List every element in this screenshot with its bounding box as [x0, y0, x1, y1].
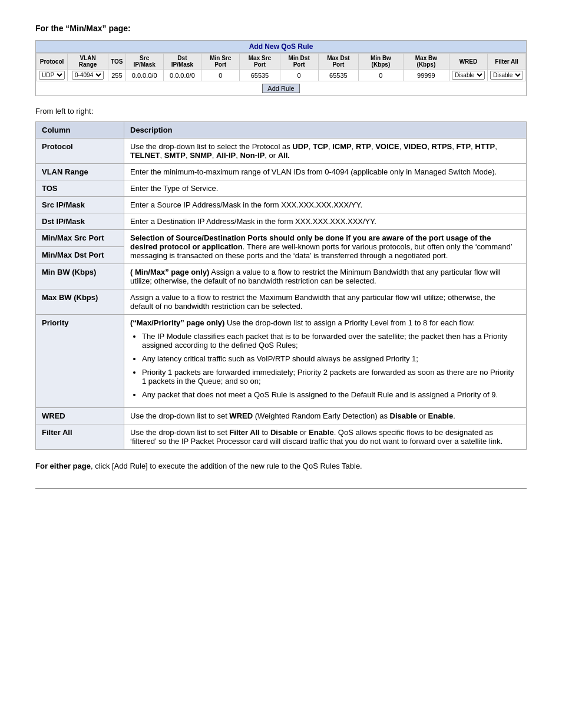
label-src-ip: Src IP/Mask [36, 197, 124, 213]
row-vlan-range: VLAN Range Enter the minimum-to-maximum … [36, 164, 527, 180]
label-min-bw: Min BW (Kbps) [36, 264, 124, 289]
header-src-ip: Src IP/Mask [125, 54, 163, 70]
cell-wred: Disable Enable [449, 70, 487, 81]
bottom-divider [35, 488, 527, 489]
protocol-select[interactable]: UDP [39, 71, 65, 80]
desc-tos: Enter the Type of Service. [124, 180, 527, 197]
header-dst-ip: Dst IP/Mask [163, 54, 201, 70]
header-min-bw: Min Bw (Kbps) [358, 54, 403, 70]
from-left-text: From left to right: [35, 107, 527, 116]
cell-tos: 255 [108, 70, 125, 81]
row-filter-all: Filter All Use the drop-down list to set… [36, 424, 527, 450]
header-min-dst-port: Min Dst Port [280, 54, 318, 70]
cell-min-src-port: 0 [201, 70, 240, 81]
add-rule-button[interactable]: Add Rule [262, 84, 299, 93]
priority-bullet-4: Any packet that does not meet a QoS Rule… [142, 390, 520, 399]
cell-filter-all: Disable Enable [487, 70, 525, 81]
footer-bold: For either page [35, 462, 91, 470]
label-vlan-range: VLAN Range [36, 164, 124, 180]
row-min-bw: Min BW (Kbps) ( Min/Max” page only) Assi… [36, 264, 527, 289]
priority-bullet-3: Priority 1 packets are forwarded immedia… [142, 368, 520, 386]
row-protocol: Protocol Use the drop-down list to selec… [36, 139, 527, 164]
desc-min-bw: ( Min/Max” page only) Assign a value to … [124, 264, 527, 289]
row-tos: TOS Enter the Type of Service. [36, 180, 527, 197]
col-header-column: Column [36, 122, 124, 139]
header-max-bw: Max Bw (Kbps) [403, 54, 449, 70]
col-header-description: Description [124, 122, 527, 139]
desc-priority: (“Max/Priority” page only) Use the drop-… [124, 315, 527, 408]
cell-max-src-port: 65535 [240, 70, 280, 81]
cell-min-dst-port: 0 [280, 70, 318, 81]
header-max-src-port: Max Src Port [240, 54, 280, 70]
row-wred: WRED Use the drop-down list to set WRED … [36, 408, 527, 424]
header-min-src-port: Min Src Port [201, 54, 240, 70]
header-vlan-range: VLAN Range [68, 54, 108, 70]
cell-src-ip: 0.0.0.0/0 [125, 70, 163, 81]
header-wred: WRED [449, 54, 487, 70]
label-filter-all: Filter All [36, 424, 124, 450]
cell-dst-ip: 0.0.0.0/0 [163, 70, 201, 81]
desc-src-dst-port: Selection of Source/Destination Ports sh… [124, 230, 527, 264]
row-priority: Priority (“Max/Priority” page only) Use … [36, 315, 527, 408]
table-header-row: Protocol VLAN Range TOS Src IP/Mask Dst … [37, 54, 526, 70]
footer-note: For either page, click [Add Rule] to exe… [35, 462, 527, 470]
header-filter-all: Filter All [487, 54, 525, 70]
filter-all-select[interactable]: Disable Enable [490, 71, 523, 80]
label-dst-ip: Dst IP/Mask [36, 213, 124, 230]
cell-vlan-range: 0-4094 [68, 70, 108, 81]
label-min-dst-port: Min/Max Dst Port [36, 247, 124, 264]
priority-bullet-2: Any latency critical traffic such as VoI… [142, 354, 520, 363]
row-min-src-port: Min/Max Src Port Selection of Source/Des… [36, 230, 527, 247]
qos-data-row: UDP 0-4094 255 0.0.0.0/0 0.0.0.0/0 0 655… [37, 70, 526, 81]
footer-rest: , click [Add Rule] to execute the additi… [91, 462, 362, 470]
label-max-bw: Max BW (Kbps) [36, 289, 124, 315]
vlan-select[interactable]: 0-4094 [72, 71, 104, 80]
qos-table-container: Add New QoS Rule Protocol VLAN Range TOS… [35, 40, 527, 96]
row-dst-ip: Dst IP/Mask Enter a Destination IP Addre… [36, 213, 527, 230]
qos-rule-table: Protocol VLAN Range TOS Src IP/Mask Dst … [36, 53, 526, 95]
label-priority: Priority [36, 315, 124, 408]
section-heading: For the “Min/Max” page: [35, 24, 527, 33]
cell-protocol: UDP [37, 70, 68, 81]
desc-wred: Use the drop-down list to set WRED (Weig… [124, 408, 527, 424]
header-protocol: Protocol [37, 54, 68, 70]
wred-select[interactable]: Disable Enable [452, 71, 485, 80]
desc-header-row: Column Description [36, 122, 527, 139]
label-protocol: Protocol [36, 139, 124, 164]
cell-max-dst-port: 65535 [318, 70, 358, 81]
priority-bullet-1: The IP Module classifies each packet tha… [142, 332, 520, 350]
cell-max-bw: 99999 [403, 70, 449, 81]
add-rule-cell: Add Rule [37, 81, 526, 96]
desc-vlan-range: Enter the minimum-to-maximum range of VL… [124, 164, 527, 180]
qos-table-title: Add New QoS Rule [36, 41, 526, 53]
header-max-dst-port: Max Dst Port [318, 54, 358, 70]
label-wred: WRED [36, 408, 124, 424]
add-rule-row: Add Rule [37, 81, 526, 96]
label-tos: TOS [36, 180, 124, 197]
desc-dst-ip: Enter a Destination IP Address/Mask in t… [124, 213, 527, 230]
desc-max-bw: Assign a value to a flow to restrict the… [124, 289, 527, 315]
desc-filter-all: Use the drop-down list to set Filter All… [124, 424, 527, 450]
desc-protocol: Use the drop-down list to select the Pro… [124, 139, 527, 164]
description-table: Column Description Protocol Use the drop… [35, 121, 527, 450]
desc-src-ip: Enter a Source IP Address/Mask in the fo… [124, 197, 527, 213]
header-tos: TOS [108, 54, 125, 70]
label-min-src-port: Min/Max Src Port [36, 230, 124, 247]
priority-bullet-list: The IP Module classifies each packet tha… [142, 332, 520, 399]
cell-min-bw: 0 [358, 70, 403, 81]
row-max-bw: Max BW (Kbps) Assign a value to a flow t… [36, 289, 527, 315]
row-src-ip: Src IP/Mask Enter a Source IP Address/Ma… [36, 197, 527, 213]
